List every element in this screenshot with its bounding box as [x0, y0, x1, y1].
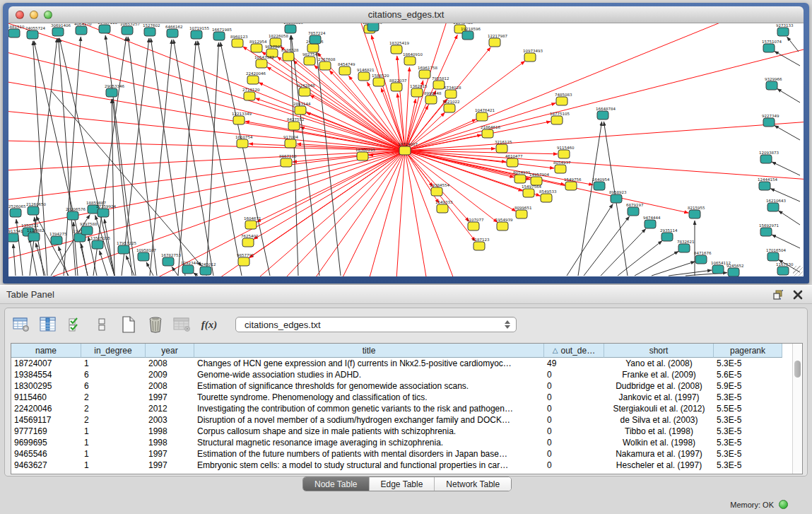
graph-node[interactable] [473, 242, 485, 250]
graph-node[interactable] [319, 62, 331, 70]
graph-node[interactable] [763, 44, 775, 52]
graph-node[interactable] [288, 122, 300, 130]
graph-node[interactable] [242, 238, 254, 247]
graph-node[interactable] [391, 45, 402, 54]
column-header-year[interactable]: year [146, 344, 194, 358]
graph-node[interactable] [712, 265, 724, 274]
graph-node[interactable] [645, 220, 656, 228]
graph-node[interactable] [766, 81, 777, 90]
table-row[interactable]: 1872400712008Changes of HCN gene express… [11, 358, 802, 369]
graph-node[interactable] [310, 35, 321, 44]
graph-node[interactable] [558, 150, 570, 158]
graph-node[interactable] [244, 92, 255, 100]
graph-node[interactable] [391, 83, 402, 91]
merge-rows-icon[interactable] [93, 316, 111, 333]
graph-node[interactable] [251, 44, 262, 52]
graph-node[interactable] [167, 29, 178, 37]
minimize-button[interactable] [30, 11, 38, 19]
graph-node[interactable] [51, 236, 62, 245]
graph-node[interactable] [541, 194, 552, 202]
graph-node[interactable] [777, 267, 789, 275]
vertical-scrollbar[interactable] [792, 344, 802, 474]
close-button[interactable] [16, 11, 24, 19]
graph-node[interactable] [597, 111, 608, 119]
graph-node[interactable] [52, 28, 64, 36]
graph-node[interactable] [489, 38, 500, 47]
graph-node[interactable] [425, 95, 437, 104]
graph-node[interactable] [759, 182, 770, 190]
graph-node[interactable] [232, 39, 243, 47]
function-icon[interactable]: f(x) [200, 316, 218, 333]
graph-node[interactable] [551, 116, 563, 124]
graph-node[interactable] [444, 104, 455, 112]
graph-node[interactable] [285, 25, 296, 33]
graph-node[interactable] [200, 267, 211, 275]
table-row[interactable]: 2242004622012Investigating the contribut… [11, 403, 802, 414]
column-header-out_degree[interactable]: △out_de… [544, 344, 604, 358]
graph-node[interactable] [404, 57, 416, 65]
graph-node[interactable] [304, 57, 315, 65]
graph-node[interactable] [238, 257, 249, 266]
graph-node[interactable] [247, 76, 259, 84]
graph-node[interactable] [476, 112, 488, 121]
graph-node[interactable] [523, 189, 534, 197]
graph-node[interactable] [763, 118, 775, 127]
column-header-name[interactable]: name [11, 344, 81, 358]
graph-node[interactable] [138, 252, 149, 261]
graph-node[interactable] [28, 233, 40, 241]
graph-node[interactable] [256, 59, 267, 68]
graph-node[interactable] [237, 139, 248, 148]
column-header-short[interactable]: short [604, 344, 714, 358]
graph-node[interactable] [358, 72, 370, 81]
graph-node[interactable] [399, 146, 411, 155]
graph-node[interactable] [163, 257, 174, 266]
graph-node[interactable] [367, 23, 379, 31]
graph-node[interactable] [689, 210, 700, 218]
graph-node[interactable] [468, 222, 479, 230]
graph-node[interactable] [611, 194, 622, 203]
network-graph[interactable]: 1872400788671109170041810754122133492718… [8, 23, 804, 276]
scrollbar-thumb[interactable] [794, 361, 801, 378]
graph-node[interactable] [92, 240, 103, 249]
graph-node[interactable] [122, 26, 133, 35]
table-row[interactable]: 1830029562008Estimation of significance … [11, 380, 802, 392]
tab-edge-table[interactable]: Edge Table [370, 477, 435, 491]
graph-node[interactable] [8, 233, 18, 242]
network-canvas[interactable]: 1872400788671109170041810754122133492718… [8, 23, 804, 276]
graph-node[interactable] [497, 222, 508, 230]
graph-node[interactable] [524, 53, 536, 62]
graph-node[interactable] [357, 152, 368, 160]
graph-node[interactable] [10, 209, 21, 217]
window-titlebar[interactable]: citations_edges.txt [8, 6, 804, 23]
graph-node[interactable] [760, 155, 772, 163]
graph-node[interactable] [299, 88, 310, 96]
graph-node[interactable] [339, 66, 351, 75]
graph-node[interactable] [28, 206, 39, 215]
column-header-title[interactable]: title [194, 344, 544, 358]
close-panel-icon[interactable] [792, 289, 804, 300]
graph-node[interactable] [283, 52, 294, 61]
graph-node[interactable] [285, 139, 296, 148]
graph-node[interactable] [431, 187, 442, 196]
graph-node[interactable] [99, 25, 110, 33]
select-rows-icon[interactable] [66, 316, 84, 333]
show-columns-icon[interactable] [39, 316, 57, 333]
graph-node[interactable] [482, 129, 493, 138]
graph-node[interactable] [661, 233, 673, 241]
graph-node[interactable] [281, 158, 292, 167]
graph-node[interactable] [144, 28, 155, 36]
graph-node[interactable] [182, 265, 194, 274]
tab-network-table[interactable]: Network Table [435, 477, 511, 491]
table-row[interactable]: 946362711997Embryonic stem cells: a mode… [11, 460, 802, 471]
table-row[interactable]: 911546021997Tourette syndrome. Phenomeno… [11, 392, 802, 403]
graph-node[interactable] [98, 209, 109, 217]
graph-node[interactable] [628, 207, 639, 216]
graph-node[interactable] [767, 203, 779, 211]
table-row[interactable]: 946554611997Estimation of the future num… [11, 448, 802, 460]
window-resize-grip[interactable] [793, 266, 803, 276]
zoom-button[interactable] [44, 11, 52, 19]
graph-node[interactable] [678, 244, 690, 252]
graph-node[interactable] [27, 30, 38, 39]
table-row[interactable]: 969969511998Structural magnetic resonanc… [11, 437, 802, 448]
graph-node[interactable] [777, 28, 789, 36]
